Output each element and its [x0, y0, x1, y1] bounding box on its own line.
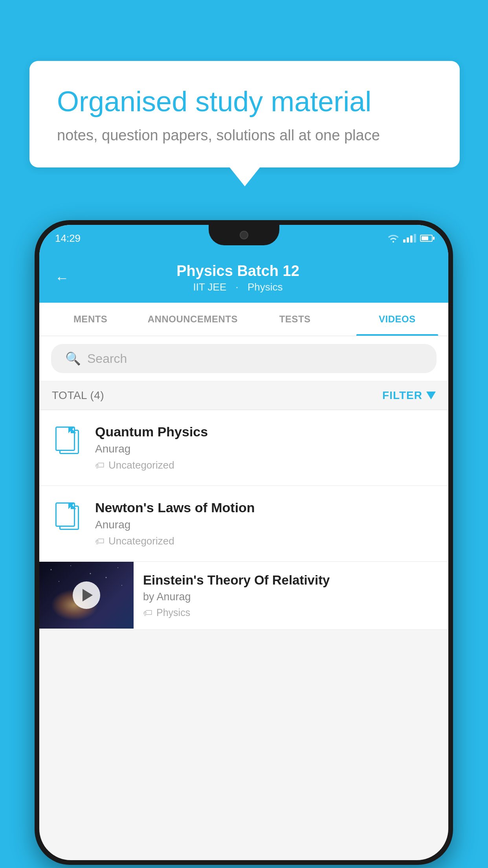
- phone-screen: 14:29: [39, 225, 448, 860]
- notch: [209, 225, 279, 245]
- tag-label: Uncategorized: [108, 459, 174, 471]
- play-button[interactable]: [73, 581, 100, 609]
- list-item[interactable]: Newton's Laws of Motion Anurag 🏷 Uncateg…: [39, 486, 448, 562]
- file-icon: [55, 502, 80, 531]
- tab-ments[interactable]: MENTS: [39, 303, 141, 336]
- item-tag: 🏷 Physics: [143, 607, 439, 618]
- svg-point-1: [70, 565, 71, 566]
- batch-title: Physics Batch 12: [81, 263, 395, 280]
- item-content: Einstein's Theory Of Relativity by Anura…: [134, 562, 448, 629]
- item-title: Quantum Physics: [95, 424, 436, 440]
- tag-label: Physics: [156, 607, 190, 618]
- subtitle-physics: Physics: [248, 281, 283, 293]
- item-content: Quantum Physics Anurag 🏷 Uncategorized: [95, 424, 436, 471]
- app-header: ← Physics Batch 12 IIT JEE · Physics: [39, 252, 448, 303]
- tag-icon: 🏷: [95, 536, 105, 547]
- back-button[interactable]: ←: [55, 270, 69, 286]
- speech-bubble-subtext: notes, question papers, solutions all at…: [57, 127, 432, 144]
- tag-icon: 🏷: [95, 460, 105, 471]
- filter-label: FILTER: [382, 389, 422, 402]
- filter-icon: [426, 392, 436, 399]
- list-item[interactable]: Einstein's Theory Of Relativity by Anura…: [39, 562, 448, 630]
- wifi-icon: [387, 234, 399, 243]
- item-title: Newton's Laws of Motion: [95, 500, 436, 515]
- status-bar: 14:29: [39, 225, 448, 252]
- list-item[interactable]: Quantum Physics Anurag 🏷 Uncategorized: [39, 410, 448, 486]
- item-content: Newton's Laws of Motion Anurag 🏷 Uncateg…: [95, 500, 436, 547]
- item-author: Anurag: [95, 443, 436, 455]
- tabs-bar: MENTS ANNOUNCEMENTS TESTS VIDEOS: [39, 303, 448, 336]
- svg-point-5: [106, 577, 107, 578]
- tab-videos[interactable]: VIDEOS: [346, 303, 448, 336]
- svg-point-3: [117, 567, 118, 568]
- file-icon: [55, 427, 80, 455]
- batch-subtitle: IIT JEE · Physics: [81, 281, 395, 293]
- tab-tests[interactable]: TESTS: [244, 303, 346, 336]
- item-tag: 🏷 Uncategorized: [95, 459, 436, 471]
- thumbnail-image: [39, 562, 134, 629]
- filter-bar: TOTAL (4) FILTER: [39, 381, 448, 410]
- speech-bubble-wrapper: Organised study material notes, question…: [29, 61, 460, 167]
- search-box[interactable]: 🔍 Search: [51, 344, 437, 373]
- total-count: TOTAL (4): [52, 389, 104, 402]
- camera-dot: [240, 231, 248, 239]
- tag-label: Uncategorized: [108, 535, 174, 547]
- file-icon-wrapper: [52, 424, 83, 455]
- filter-button[interactable]: FILTER: [382, 389, 436, 402]
- tag-icon: 🏷: [143, 607, 152, 618]
- tab-announcements[interactable]: ANNOUNCEMENTS: [141, 303, 244, 336]
- search-icon: 🔍: [65, 351, 81, 366]
- svg-point-4: [59, 581, 59, 582]
- search-input[interactable]: Search: [87, 351, 127, 366]
- svg-point-0: [51, 569, 52, 570]
- item-title: Einstein's Theory Of Relativity: [143, 573, 439, 588]
- search-container: 🔍 Search: [39, 336, 448, 381]
- speech-bubble: Organised study material notes, question…: [29, 61, 460, 167]
- status-time: 14:29: [55, 232, 81, 245]
- phone-device: 14:29: [35, 220, 453, 865]
- svg-point-2: [90, 573, 91, 574]
- header-title-block: Physics Batch 12 IIT JEE · Physics: [81, 263, 395, 293]
- subtitle-separator: ·: [235, 281, 238, 293]
- speech-bubble-heading: Organised study material: [57, 85, 432, 118]
- item-author: by Anurag: [143, 591, 439, 603]
- file-icon-wrapper: [52, 500, 83, 531]
- subtitle-iitjee: IIT JEE: [193, 281, 226, 293]
- video-list: Quantum Physics Anurag 🏷 Uncategorized: [39, 410, 448, 630]
- play-icon: [83, 589, 93, 601]
- item-tag: 🏷 Uncategorized: [95, 535, 436, 547]
- status-icons: [387, 234, 433, 243]
- signal-icon: [403, 234, 416, 243]
- item-author: Anurag: [95, 519, 436, 531]
- svg-point-6: [121, 585, 122, 586]
- battery-icon: [420, 235, 433, 242]
